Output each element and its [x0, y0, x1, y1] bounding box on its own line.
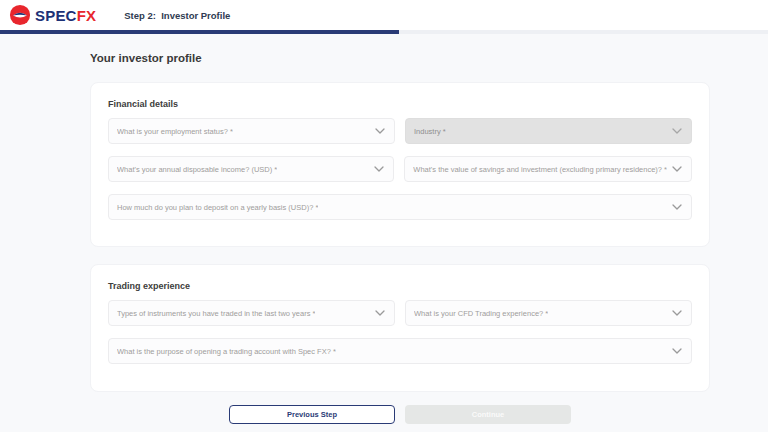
continue-button: Continue [405, 405, 571, 424]
dropdown-placeholder: What's your annual disposable income? (U… [117, 165, 277, 174]
logo-text-spec: SPEC [35, 7, 77, 24]
chevron-down-icon [672, 128, 682, 134]
chevron-down-icon [672, 204, 682, 210]
dropdown-employment-status[interactable]: What is your employment status? * [108, 118, 395, 144]
dropdown-placeholder: What is your employment status? * [117, 127, 233, 136]
dropdown-placeholder: How much do you plan to deposit on a yea… [117, 203, 318, 212]
dropdown-savings-investment-value[interactable]: What's the value of savings and investme… [404, 156, 692, 182]
dropdown-annual-disposable-income[interactable]: What's your annual disposable income? (U… [108, 156, 394, 182]
chevron-down-icon [375, 128, 385, 134]
chevron-down-icon [375, 310, 385, 316]
logo-text-fx: FX [77, 7, 97, 24]
dropdown-industry: Industry * [405, 118, 692, 144]
dropdown-placeholder: What is the purpose of opening a trading… [117, 347, 336, 356]
section-title-financial-details: Financial details [108, 99, 692, 109]
chevron-down-icon [672, 310, 682, 316]
chevron-down-icon [672, 348, 682, 354]
trading-experience-card: Trading experience Types of instruments … [90, 264, 710, 392]
dropdown-instrument-types[interactable]: Types of instruments you have traded in … [108, 300, 395, 326]
dropdown-account-purpose[interactable]: What is the purpose of opening a trading… [108, 338, 692, 364]
specfx-fish-circle-icon [9, 4, 31, 26]
dropdown-yearly-deposit-plan[interactable]: How much do you plan to deposit on a yea… [108, 194, 692, 220]
app-header: SPECFX Step 2: Investor Profile [0, 0, 768, 30]
dropdown-cfd-trading-experience[interactable]: What is your CFD Trading experience? * [405, 300, 692, 326]
chevron-down-icon [672, 166, 682, 172]
financial-details-card: Financial details What is your employmen… [90, 82, 710, 247]
dropdown-placeholder: What's the value of savings and investme… [413, 165, 667, 174]
specfx-logo: SPECFX [9, 4, 96, 26]
dropdown-placeholder: Types of instruments you have traded in … [117, 309, 315, 318]
main-content: Your investor profile Financial details … [0, 34, 768, 424]
step-title: Step 2: Investor Profile [124, 10, 230, 21]
logo-wordmark: SPECFX [35, 7, 96, 24]
dropdown-placeholder: Industry * [414, 127, 446, 136]
previous-step-button[interactable]: Previous Step [229, 405, 395, 424]
chevron-down-icon [374, 166, 384, 172]
page-title: Your investor profile [90, 52, 710, 64]
form-navigation: Previous Step Continue [90, 405, 710, 424]
section-title-trading-experience: Trading experience [108, 281, 692, 291]
dropdown-placeholder: What is your CFD Trading experience? * [414, 309, 548, 318]
